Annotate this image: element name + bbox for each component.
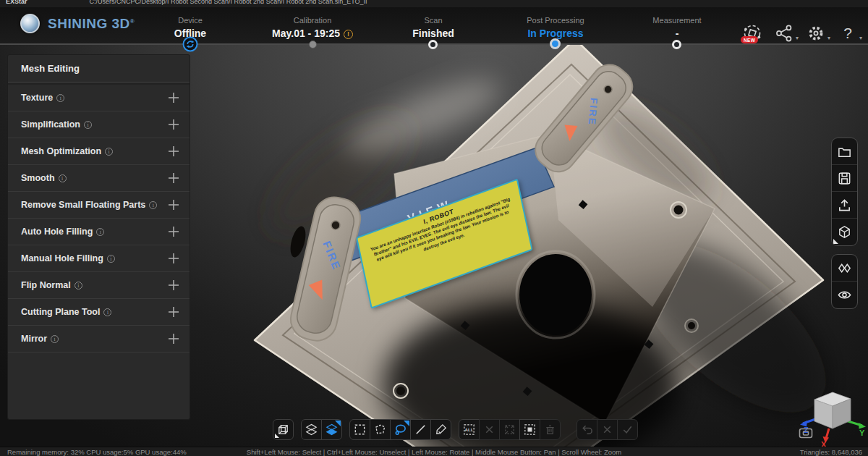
share-icon[interactable]: ▾ xyxy=(774,23,794,43)
save-button[interactable] xyxy=(832,165,857,192)
info-icon: i xyxy=(56,94,64,102)
show-all-layers-button[interactable] xyxy=(301,419,322,440)
model-display-button[interactable] xyxy=(832,219,857,245)
mouse-hints: Shift+Left Mouse: Select | Ctrl+Left Mou… xyxy=(0,448,868,456)
scan-step-dot[interactable] xyxy=(428,40,438,49)
sidebar-item-flip-normal[interactable]: Flip Normal i xyxy=(8,272,190,299)
invert-selection-button[interactable] xyxy=(519,419,540,440)
app-header: SHINING 3D® Device Offline Calibration M… xyxy=(0,7,868,43)
info-icon: i xyxy=(59,174,67,182)
chevron-down-icon: ▾ xyxy=(827,35,830,41)
view-toolbar xyxy=(831,254,858,309)
step-scan[interactable]: Scan Finished xyxy=(368,16,498,39)
cancel-button[interactable] xyxy=(597,419,618,440)
mesh-editing-panel: Mesh Editing Texture i Simplification i … xyxy=(7,54,190,420)
status-bar: Shift+Left Mouse: Select | Ctrl+Left Mou… xyxy=(0,447,868,456)
chevron-down-icon: ▾ xyxy=(859,35,862,41)
fit-screen-icon[interactable] xyxy=(799,428,813,439)
undo-button[interactable] xyxy=(576,419,597,440)
expand-plus-icon[interactable] xyxy=(167,145,180,158)
deselect-button[interactable] xyxy=(479,419,500,440)
model-joystick-hole xyxy=(519,254,592,335)
sidebar-item-remove-small-floating-parts[interactable]: Remove Small Floating Parts i xyxy=(8,192,190,219)
expand-plus-icon[interactable] xyxy=(167,91,180,104)
triangle-count: Triangles: 8,648,036 xyxy=(800,448,862,456)
file-path: C:/Users/CNCPC/Desktop/I Robot Second Sc… xyxy=(90,0,367,7)
flyout-corner-icon xyxy=(275,434,279,438)
info-icon: i xyxy=(84,121,92,129)
device-sync-icon[interactable] xyxy=(182,36,198,55)
panel-title: Mesh Editing xyxy=(8,55,190,83)
expand-plus-icon[interactable] xyxy=(167,225,180,238)
step-post-processing[interactable]: Post Processing In Progress xyxy=(490,16,621,39)
step-calibration[interactable]: Calibration May.01 - 19:25! xyxy=(247,16,378,39)
visibility-eye-button[interactable] xyxy=(832,282,857,308)
expand-plus-icon[interactable] xyxy=(167,172,180,185)
sidebar-item-manual-hole-filling[interactable]: Manual Hole Filling i xyxy=(8,245,190,272)
selection-toolbar: ALL xyxy=(273,419,638,440)
post-processing-step-dot[interactable] xyxy=(550,38,561,49)
expand-plus-icon[interactable] xyxy=(167,332,180,345)
brush-select-button[interactable] xyxy=(430,419,451,440)
brand-name: SHINING 3D® xyxy=(48,16,135,32)
active-corner-icon xyxy=(404,421,409,426)
feature-compare-button[interactable] xyxy=(832,255,857,282)
info-icon: i xyxy=(96,228,104,236)
view-cube-button[interactable] xyxy=(273,419,294,440)
expand-plus-icon[interactable] xyxy=(167,305,180,318)
show-current-layer-button[interactable] xyxy=(321,419,342,440)
chevron-down-icon: ▾ xyxy=(796,35,799,41)
info-icon: i xyxy=(103,308,111,316)
open-project-button[interactable] xyxy=(832,138,857,165)
cube-faces[interactable] xyxy=(814,392,851,428)
sidebar-item-smooth[interactable]: Smooth i xyxy=(8,165,190,192)
delete-selection-button[interactable] xyxy=(540,419,561,440)
sidebar-item-simplification[interactable]: Simplification i xyxy=(8,111,190,138)
sidebar-item-mirror[interactable]: Mirror i xyxy=(8,326,190,352)
app-name: EXStar xyxy=(6,0,27,7)
flyout-corner-icon xyxy=(833,239,838,244)
rect-select-button[interactable] xyxy=(349,419,370,440)
shining3d-logo-icon xyxy=(20,14,40,33)
calibration-step-dot[interactable] xyxy=(309,41,317,48)
sidebar-item-cutting-plane-tool[interactable]: Cutting Plane Tool i xyxy=(8,299,190,326)
export-button[interactable] xyxy=(832,192,857,219)
help-icon[interactable]: ? ▾ xyxy=(838,23,858,43)
brand: SHINING 3D® xyxy=(20,14,135,33)
sidebar-item-mesh-optimization[interactable]: Mesh Optimization i xyxy=(8,138,190,165)
info-icon: i xyxy=(149,201,157,209)
new-badge: NEW xyxy=(741,36,758,43)
axis-y-label: Y xyxy=(859,428,865,437)
sidebar-item-texture[interactable]: Texture i xyxy=(8,85,190,111)
info-icon: i xyxy=(107,255,115,263)
info-icon: i xyxy=(105,148,113,156)
file-toolbar xyxy=(831,138,858,246)
warning-icon: ! xyxy=(344,30,353,39)
step-measurement[interactable]: Measurement - xyxy=(612,16,742,39)
expand-plus-icon[interactable] xyxy=(167,198,180,211)
info-icon: i xyxy=(51,335,59,343)
expand-plus-icon[interactable] xyxy=(167,118,180,131)
svg-text:ALL: ALL xyxy=(465,427,474,432)
active-corner-icon xyxy=(335,421,341,426)
lasso-select-button[interactable] xyxy=(390,419,411,440)
sidebar-item-auto-hole-filling[interactable]: Auto Hole Filling i xyxy=(8,219,190,245)
expand-plus-icon[interactable] xyxy=(167,279,180,292)
expand-plus-icon[interactable] xyxy=(167,252,180,265)
polygon-select-button[interactable] xyxy=(370,419,391,440)
expand-selection-button[interactable] xyxy=(499,419,520,440)
line-select-button[interactable] xyxy=(410,419,431,440)
measurement-step-dot[interactable] xyxy=(672,40,681,49)
info-icon: i xyxy=(75,282,82,290)
settings-gear-icon[interactable]: ▾ xyxy=(806,23,826,43)
select-all-button[interactable]: ALL xyxy=(459,419,480,440)
window-titlebar: EXStar C:/Users/CNCPC/Desktop/I Robot Se… xyxy=(0,0,868,7)
confirm-button[interactable] xyxy=(617,419,638,440)
